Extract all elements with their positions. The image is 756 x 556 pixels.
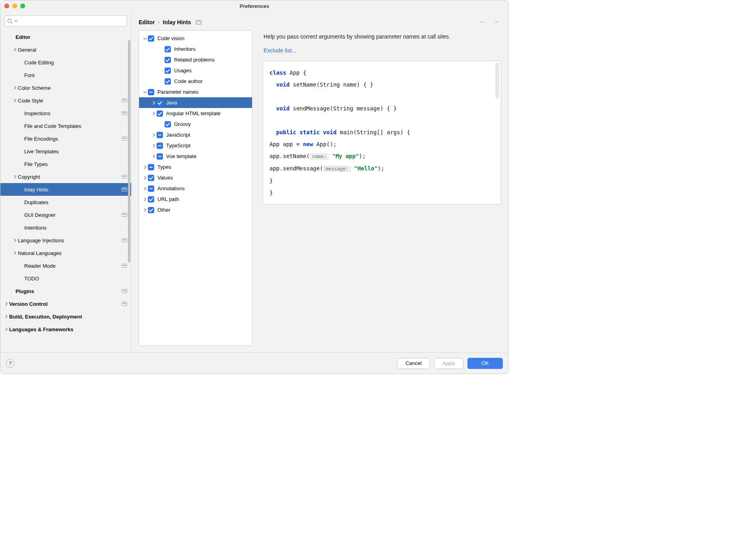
checkbox[interactable] xyxy=(157,110,163,117)
hint-item-usages[interactable]: Usages xyxy=(139,65,252,76)
hint-item-angular-html-template[interactable]: Angular HTML template xyxy=(139,108,252,119)
sidebar-item-gui-designer[interactable]: GUI Designer xyxy=(0,208,131,221)
checkbox[interactable] xyxy=(148,164,154,170)
hint-item-annotations[interactable]: Annotations xyxy=(139,183,252,194)
checkbox[interactable] xyxy=(157,100,163,106)
expand-arrow-icon xyxy=(142,37,148,41)
checkbox[interactable] xyxy=(157,132,163,138)
hint-item-label: Angular HTML template xyxy=(166,110,221,116)
apply-button[interactable]: Apply xyxy=(434,358,464,369)
checkbox[interactable] xyxy=(165,68,171,74)
hint-item-types[interactable]: Types xyxy=(139,162,252,172)
nav-forward-button[interactable]: → xyxy=(491,18,501,26)
scope-badge-icon xyxy=(122,175,127,179)
sidebar-item-color-scheme[interactable]: Color Scheme xyxy=(0,81,131,94)
hints-tree[interactable]: Code visionInheritorsRelated problemsUsa… xyxy=(139,31,252,346)
hint-item-label: Usages xyxy=(174,68,192,73)
hint-item-javascript[interactable]: JavaScript xyxy=(139,129,252,140)
checkbox[interactable] xyxy=(148,35,154,42)
checkbox[interactable] xyxy=(148,185,154,192)
sidebar-item-file-types[interactable]: File Types xyxy=(0,158,131,170)
hint-item-url-path[interactable]: URL path xyxy=(139,194,252,205)
checkbox[interactable] xyxy=(148,207,154,213)
checkbox[interactable] xyxy=(165,121,171,127)
exclude-list-link[interactable]: Exclude list... xyxy=(263,47,501,61)
scope-badge-icon xyxy=(122,302,127,306)
hint-item-other[interactable]: Other xyxy=(139,205,252,215)
titlebar: Preferences xyxy=(0,0,508,12)
expand-arrow-icon xyxy=(151,133,157,137)
footer: ? Cancel Apply OK xyxy=(0,352,508,374)
checkbox[interactable] xyxy=(148,89,154,95)
search-field[interactable] xyxy=(4,15,127,27)
sidebar-item-todo[interactable]: TODO xyxy=(0,272,131,285)
sidebar-item-intentions[interactable]: Intentions xyxy=(0,221,131,234)
breadcrumb-a[interactable]: Editor xyxy=(139,19,155,25)
sidebar-item-version-control[interactable]: Version Control xyxy=(0,297,131,310)
checkbox[interactable] xyxy=(165,57,171,63)
sidebar-item-font[interactable]: Font xyxy=(0,69,131,81)
sidebar-item-editor[interactable]: Editor xyxy=(0,31,131,43)
sidebar-item-natural-languages[interactable]: Natural Languages xyxy=(0,247,131,259)
scope-badge-icon xyxy=(122,111,127,115)
sidebar-item-label: Languages & Frameworks xyxy=(9,326,74,332)
sidebar-item-label: TODO xyxy=(24,276,39,282)
sidebar-item-general[interactable]: General xyxy=(0,43,131,56)
hints-tree-panel: Code visionInheritorsRelated problemsUsa… xyxy=(139,30,252,346)
hint-item-related-problems[interactable]: Related problems xyxy=(139,54,252,65)
checkbox[interactable] xyxy=(148,175,154,181)
checkbox[interactable] xyxy=(157,153,163,160)
sidebar-item-copyright[interactable]: Copyright xyxy=(0,170,131,183)
hint-item-inheritors[interactable]: Inheritors xyxy=(139,44,252,54)
help-button[interactable]: ? xyxy=(6,359,15,368)
sidebar-item-label: General xyxy=(18,47,36,53)
preferences-window: Preferences EditorGeneralCode EditingFon… xyxy=(0,0,509,374)
sidebar-item-label: Code Style xyxy=(18,98,43,104)
sidebar-item-file-encodings[interactable]: File Encodings xyxy=(0,132,131,145)
nav-back-button[interactable]: ← xyxy=(477,18,488,26)
checkbox[interactable] xyxy=(165,78,171,85)
sidebar-item-label: Color Scheme xyxy=(18,85,50,91)
sidebar-item-languages-frameworks[interactable]: Languages & Frameworks xyxy=(0,323,131,336)
hint-item-java[interactable]: Java xyxy=(139,97,252,108)
search-input[interactable] xyxy=(19,18,124,24)
breadcrumb: Editor › Inlay Hints ← → xyxy=(132,12,508,30)
search-icon xyxy=(7,18,13,24)
sidebar-item-reader-mode[interactable]: Reader Mode xyxy=(0,259,131,272)
sidebar-item-language-injections[interactable]: Language Injections xyxy=(0,234,131,247)
ok-button[interactable]: OK xyxy=(467,358,503,369)
hint-item-code-vision[interactable]: Code vision xyxy=(139,33,252,44)
sidebar-item-plugins[interactable]: Plugins xyxy=(0,285,131,297)
sidebar-item-label: File Types xyxy=(24,161,48,167)
hint-item-label: Java xyxy=(166,100,177,106)
sidebar-item-label: Code Editing xyxy=(24,60,54,66)
hint-item-typescript[interactable]: TypeScript xyxy=(139,140,252,151)
hint-item-values[interactable]: Values xyxy=(139,172,252,183)
sidebar-item-label: Inlay Hints xyxy=(24,187,48,193)
checkbox[interactable] xyxy=(148,196,154,203)
sidebar-item-label: File and Code Templates xyxy=(24,123,81,129)
breadcrumb-b[interactable]: Inlay Hints xyxy=(163,19,191,25)
checkbox[interactable] xyxy=(165,46,171,52)
sidebar-item-inlay-hints[interactable]: Inlay Hints xyxy=(0,183,131,196)
sidebar-item-code-editing[interactable]: Code Editing xyxy=(0,56,131,69)
sidebar-item-label: Live Templates xyxy=(24,149,58,154)
cancel-button[interactable]: Cancel xyxy=(397,358,430,369)
scope-badge-icon xyxy=(122,264,127,268)
sidebar-item-live-templates[interactable]: Live Templates xyxy=(0,145,131,158)
hint-item-code-author[interactable]: Code author xyxy=(139,76,252,87)
sidebar-item-duplicates[interactable]: Duplicates xyxy=(0,196,131,208)
hint-item-label: Inheritors xyxy=(174,46,196,52)
expand-arrow-icon xyxy=(142,176,148,180)
hint-item-groovy[interactable]: Groovy xyxy=(139,119,252,129)
hint-item-parameter-names[interactable]: Parameter names xyxy=(139,87,252,97)
sidebar-tree[interactable]: EditorGeneralCode EditingFontColor Schem… xyxy=(0,31,131,352)
sidebar-item-code-style[interactable]: Code Style xyxy=(0,94,131,107)
checkbox[interactable] xyxy=(157,143,163,149)
sidebar-item-inspections[interactable]: Inspections xyxy=(0,107,131,120)
sidebar-item-build-execution-deployment[interactable]: Build, Execution, Deployment xyxy=(0,310,131,323)
svg-point-0 xyxy=(8,19,12,23)
svg-line-1 xyxy=(11,22,13,24)
hint-item-vue-template[interactable]: Vue template xyxy=(139,151,252,162)
sidebar-item-file-and-code-templates[interactable]: File and Code Templates xyxy=(0,120,131,132)
